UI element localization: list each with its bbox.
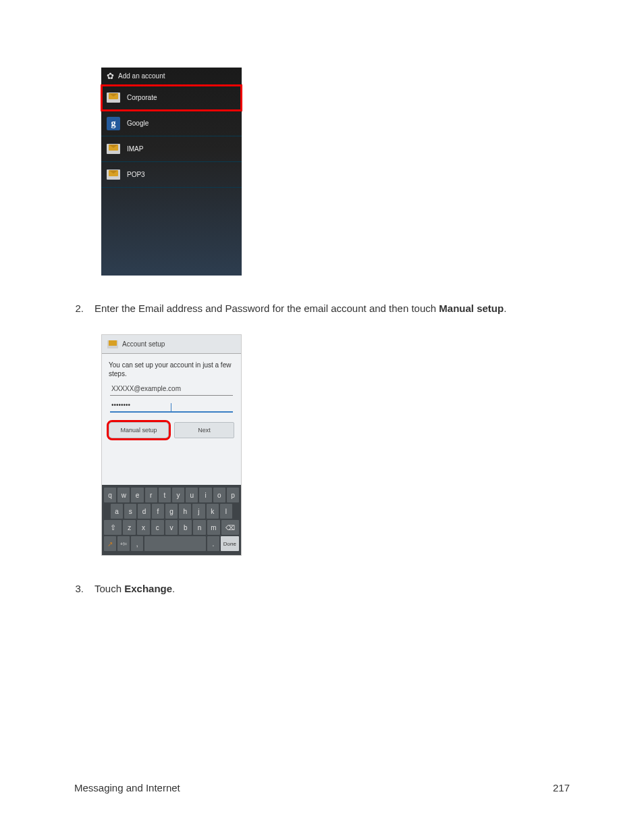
account-row-label: IMAP <box>127 145 143 153</box>
key-z[interactable]: z <box>123 520 136 535</box>
mail-icon <box>107 170 120 180</box>
key-v[interactable]: v <box>165 520 178 535</box>
key-j[interactable]: j <box>192 504 205 519</box>
email-field[interactable]: XXXXX@example.com <box>110 384 233 396</box>
key-w[interactable]: w <box>117 488 130 502</box>
key-m[interactable]: m <box>207 520 220 535</box>
manual-setup-button[interactable]: Manual setup <box>109 422 169 438</box>
add-account-title: Add an account <box>118 72 165 80</box>
key-i[interactable]: i <box>199 488 211 502</box>
key-space[interactable] <box>144 536 205 551</box>
key-q[interactable]: q <box>104 488 116 502</box>
account-row-imap[interactable]: IMAP <box>101 136 242 162</box>
keyboard-row-1: q w e r t y u i o p <box>104 488 239 502</box>
screenshot-gap <box>102 455 241 485</box>
key-h[interactable]: h <box>179 504 191 519</box>
key-swype[interactable]: ↗ <box>104 536 116 551</box>
footer-section: Messaging and Internet <box>74 782 180 793</box>
key-y[interactable]: y <box>172 488 184 502</box>
account-setup-header: Account setup <box>102 335 241 354</box>
key-done[interactable]: Done <box>221 536 239 551</box>
step-number: 3. <box>74 583 84 594</box>
screenshot-empty-space <box>101 188 242 276</box>
key-x[interactable]: x <box>137 520 150 535</box>
account-row-label: POP3 <box>127 171 145 178</box>
step-number: 2. <box>74 303 84 314</box>
add-account-header: ✿ Add an account <box>101 68 242 85</box>
google-icon: g <box>107 117 120 130</box>
keyboard-row-4: ↗ +!= , . Done <box>104 536 239 551</box>
account-row-google[interactable]: g Google <box>101 111 242 136</box>
key-f[interactable]: f <box>152 504 164 519</box>
account-setup-body: You can set up your account in just a fe… <box>102 354 241 455</box>
step-content: Enter the Email address and Password for… <box>95 303 506 314</box>
key-n[interactable]: n <box>193 520 206 535</box>
key-backspace[interactable]: ⌫ <box>221 520 239 535</box>
backspace-icon: ⌫ <box>225 524 235 531</box>
footer-page-number: 217 <box>553 782 570 793</box>
mail-icon <box>107 93 120 103</box>
mail-icon <box>107 340 118 348</box>
key-k[interactable]: k <box>207 504 219 519</box>
password-field[interactable]: •••••••• <box>110 400 233 413</box>
key-c[interactable]: c <box>151 520 164 535</box>
key-e[interactable]: e <box>131 488 143 502</box>
step-3-text: 3. Touch Exchange. <box>74 583 570 594</box>
step-content: Touch Exchange. <box>95 583 175 594</box>
setup-instructions: You can set up your account in just a fe… <box>109 361 234 378</box>
account-row-label: Corporate <box>127 94 157 101</box>
step-2-text: 2. Enter the Email address and Password … <box>74 303 570 314</box>
key-b[interactable]: b <box>179 520 192 535</box>
gear-icon: ✿ <box>107 71 114 81</box>
key-r[interactable]: r <box>145 488 157 502</box>
keyboard-row-3: ⇧ z x c v b n m ⌫ <box>104 520 239 535</box>
screenshot-add-account: ✿ Add an account Corporate g Google IMAP… <box>101 68 242 276</box>
key-d[interactable]: d <box>138 504 150 519</box>
key-s[interactable]: s <box>124 504 136 519</box>
account-setup-title: Account setup <box>122 340 165 348</box>
key-shift[interactable]: ⇧ <box>104 520 122 535</box>
key-symbols[interactable]: +!= <box>117 536 130 551</box>
keyboard-row-2: a s d f g h j k l <box>104 504 239 519</box>
account-row-label: Google <box>127 120 149 127</box>
key-p[interactable]: p <box>227 488 239 502</box>
key-a[interactable]: a <box>111 504 123 519</box>
key-period[interactable]: . <box>207 536 219 551</box>
on-screen-keyboard: q w e r t y u i o p a s d f g h j k l <box>102 485 241 555</box>
key-comma[interactable]: , <box>131 536 143 551</box>
account-row-corporate[interactable]: Corporate <box>101 85 242 111</box>
account-row-pop3[interactable]: POP3 <box>101 162 242 188</box>
key-l[interactable]: l <box>220 504 232 519</box>
key-u[interactable]: u <box>186 488 198 502</box>
mail-icon <box>107 144 120 154</box>
key-o[interactable]: o <box>213 488 225 502</box>
shift-icon: ⇧ <box>110 523 116 532</box>
page-footer: Messaging and Internet 217 <box>74 782 570 793</box>
key-t[interactable]: t <box>159 488 171 502</box>
next-button[interactable]: Next <box>174 422 234 438</box>
key-g[interactable]: g <box>165 504 178 519</box>
screenshot-account-setup: Account setup You can set up your accoun… <box>101 334 242 556</box>
